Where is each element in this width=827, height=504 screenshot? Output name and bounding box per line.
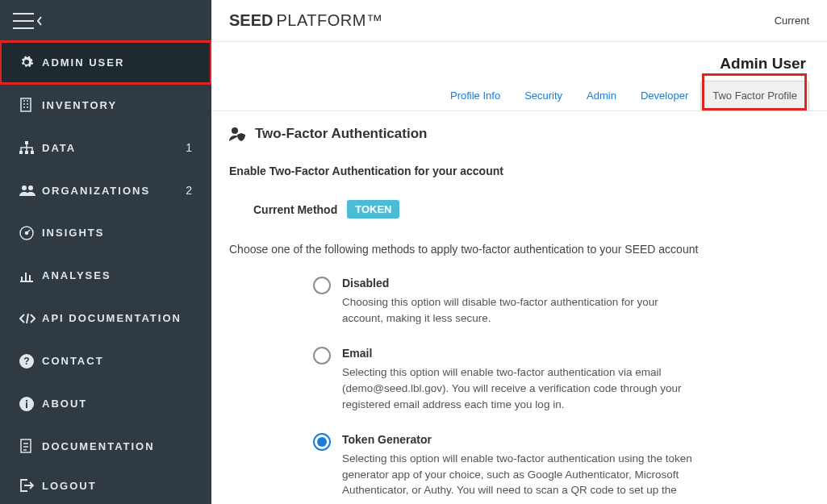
chart-icon — [19, 268, 42, 284]
header-current-label[interactable]: Current — [775, 15, 809, 27]
code-icon — [19, 310, 42, 327]
option-disabled: Disabled Choosing this option will disab… — [313, 277, 809, 326]
option-desc: Selecting this option will enable two-fa… — [342, 451, 697, 504]
option-title: Token Generator — [342, 433, 697, 446]
sidebar: ADMIN USER INVENTORY DATA 1 ORGANIZATION… — [0, 0, 211, 504]
sidebar-collapse-row — [0, 2, 211, 41]
content-panel: Two-Factor Authentication Enable Two-Fac… — [211, 111, 827, 504]
sidebar-item-count: 1 — [186, 141, 192, 154]
sidebar-item-label: INVENTORY — [42, 99, 117, 111]
sidebar-collapse-button[interactable] — [13, 13, 44, 29]
document-icon — [19, 438, 42, 454]
users-icon — [19, 182, 42, 198]
chevron-left-icon — [36, 15, 44, 27]
sidebar-item-documentation[interactable]: DOCUMENTATION — [0, 425, 211, 468]
sidebar-item-label: INSIGHTS — [42, 227, 104, 239]
svg-rect-8 — [19, 151, 23, 154]
gear-icon — [19, 54, 42, 70]
sidebar-item-label: LOGOUT — [42, 480, 97, 492]
svg-text:?: ? — [23, 356, 29, 367]
option-token-generator: Token Generator Selecting this option wi… — [313, 433, 809, 504]
method-options: Disabled Choosing this option will disab… — [229, 277, 809, 504]
sidebar-item-contact[interactable]: ? CONTACT — [0, 339, 211, 382]
option-title: Disabled — [342, 277, 697, 289]
option-title: Email — [342, 347, 697, 360]
logout-icon — [19, 477, 42, 494]
tab-admin[interactable]: Admin — [574, 81, 629, 110]
svg-rect-9 — [25, 151, 28, 154]
sidebar-item-label: API DOCUMENTATION — [42, 312, 182, 324]
svg-point-24 — [232, 127, 238, 134]
sidebar-item-about[interactable]: ABOUT — [0, 382, 211, 425]
sitemap-icon — [19, 140, 42, 156]
svg-point-14 — [26, 231, 28, 234]
svg-rect-0 — [21, 98, 31, 111]
sidebar-item-insights[interactable]: INSIGHTS — [0, 212, 211, 255]
sidebar-item-inventory[interactable]: INVENTORY — [0, 84, 211, 127]
sidebar-item-label: DOCUMENTATION — [42, 440, 155, 452]
sidebar-item-count: 2 — [186, 184, 192, 197]
info-icon — [19, 396, 42, 412]
brand-strong: SEED — [229, 11, 273, 30]
question-icon: ? — [19, 353, 42, 369]
sidebar-item-label: ABOUT — [42, 398, 87, 410]
svg-rect-19 — [26, 400, 27, 402]
current-method-row: Current Method TOKEN — [229, 200, 809, 219]
sidebar-item-label: DATA — [42, 142, 76, 154]
tab-profile-info[interactable]: Profile Info — [438, 81, 512, 110]
option-email: Email Selecting this option will enable … — [313, 347, 809, 412]
sidebar-item-organizations[interactable]: ORGANIZATIONS 2 — [0, 169, 211, 212]
tab-developer[interactable]: Developer — [629, 81, 700, 110]
radio-email[interactable] — [313, 347, 331, 364]
gauge-icon — [19, 225, 42, 241]
sidebar-item-label: CONTACT — [42, 355, 104, 367]
svg-rect-18 — [26, 402, 27, 408]
section-heading-row: Two-Factor Authentication — [229, 126, 809, 142]
section-heading: Two-Factor Authentication — [255, 126, 427, 142]
user-shield-icon — [229, 127, 247, 141]
sidebar-item-admin-user[interactable]: ADMIN USER — [0, 41, 211, 84]
sidebar-item-label: ANALYSES — [42, 269, 111, 281]
sidebar-item-api-documentation[interactable]: API DOCUMENTATION — [0, 297, 211, 339]
sidebar-item-label: ORGANIZATIONS — [42, 185, 150, 197]
page-title: Admin User — [211, 42, 827, 81]
tab-two-factor-profile[interactable]: Two Factor Profile — [700, 81, 809, 111]
svg-point-12 — [28, 185, 33, 190]
sidebar-item-data[interactable]: DATA 1 — [0, 127, 211, 169]
svg-rect-10 — [31, 151, 34, 154]
profile-tabs: Profile Info Security Admin Developer Tw… — [211, 81, 827, 111]
current-method-value: TOKEN — [347, 200, 399, 219]
sidebar-item-analyses[interactable]: ANALYSES — [0, 254, 211, 297]
option-desc: Choosing this option will disable two-fa… — [342, 294, 697, 326]
brand-light: PLATFORM™ — [276, 11, 382, 30]
enable-2fa-label: Enable Two-Factor Authentication for you… — [229, 165, 809, 177]
main-area: SEED PLATFORM™ Current Admin User Profil… — [211, 0, 827, 504]
sidebar-item-label: ADMIN USER — [42, 56, 124, 69]
radio-token-generator[interactable] — [313, 433, 331, 451]
sidebar-item-logout[interactable]: LOGOUT — [0, 468, 211, 504]
option-desc: Selecting this option will enable two-fa… — [342, 364, 697, 412]
tab-security[interactable]: Security — [512, 81, 574, 110]
building-icon — [19, 97, 42, 113]
svg-rect-7 — [25, 141, 28, 144]
app-header: SEED PLATFORM™ Current — [211, 0, 827, 42]
svg-point-11 — [22, 185, 27, 190]
radio-disabled[interactable] — [313, 277, 331, 294]
choose-method-text: Choose one of the following methods to a… — [229, 243, 809, 256]
current-method-label: Current Method — [253, 203, 337, 216]
